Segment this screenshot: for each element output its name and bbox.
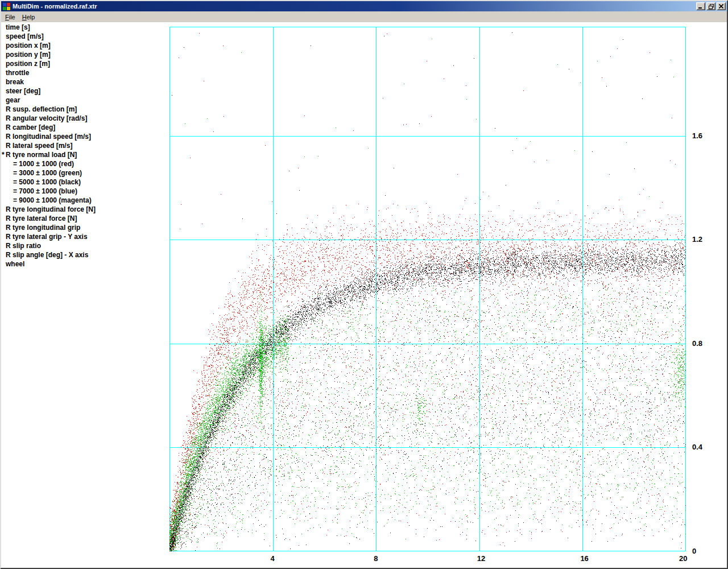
x-axis-tick-label: 20 xyxy=(679,554,687,563)
channel-item[interactable]: R lateral speed [m/s] xyxy=(1,141,169,150)
channel-label: R slip ratio xyxy=(6,242,41,250)
channel-label: = 5000 ± 1000 (black) xyxy=(13,178,81,186)
channel-item[interactable]: gear xyxy=(1,96,169,105)
close-icon xyxy=(719,4,723,9)
y-axis-tick-label: 0.8 xyxy=(692,339,702,348)
x-axis-tick-label: 8 xyxy=(374,554,378,563)
legend-item[interactable]: = 1000 ± 1000 (red) xyxy=(1,159,169,168)
channel-label: R tyre normal load [N] xyxy=(6,151,77,159)
legend-item[interactable]: = 3000 ± 1000 (green) xyxy=(1,168,169,178)
channel-label: R tyre longitudinal force [N] xyxy=(6,205,96,213)
channel-label: time [s] xyxy=(6,23,30,31)
scatter-canvas xyxy=(169,27,686,551)
channel-label: = 3000 ± 1000 (green) xyxy=(13,169,82,177)
channel-label: position z [m] xyxy=(6,60,50,68)
channel-label: R susp. deflection [m] xyxy=(6,105,77,113)
channel-item[interactable]: position z [m] xyxy=(1,59,169,68)
channel-label: R tyre lateral force [N] xyxy=(6,215,77,222)
channel-item[interactable]: R slip angle [deg] - X axis xyxy=(1,250,169,259)
channel-item[interactable]: break xyxy=(1,77,169,86)
channel-item[interactable]: R tyre lateral force [N] xyxy=(1,214,169,223)
selected-marker: * xyxy=(2,150,5,159)
channel-label: break xyxy=(6,78,24,86)
channel-item[interactable]: throttle xyxy=(1,68,169,77)
channel-item[interactable]: R angular velocity [rad/s] xyxy=(1,114,169,123)
y-axis-tick-label: 1.6 xyxy=(692,131,702,140)
channel-item[interactable]: wheel xyxy=(1,259,169,269)
channel-label: position y [m] xyxy=(6,51,51,59)
x-axis-tick-label: 12 xyxy=(477,554,485,563)
y-axis-tick-label: 0.4 xyxy=(692,443,702,451)
channel-label: R tyre lateral grip - Y axis xyxy=(6,233,88,241)
minimize-icon xyxy=(698,4,703,9)
plot-area xyxy=(169,27,686,551)
channel-item[interactable]: R susp. deflection [m] xyxy=(1,105,169,114)
channel-item[interactable]: R slip ratio xyxy=(1,241,169,250)
channel-label: R camber [deg] xyxy=(6,123,55,131)
app-icon xyxy=(3,3,10,10)
channel-label: = 9000 ± 1000 (magenta) xyxy=(13,196,92,204)
channel-item[interactable]: position x [m] xyxy=(1,41,169,50)
restore-button[interactable] xyxy=(706,2,715,10)
legend-item[interactable]: = 9000 ± 1000 (magenta) xyxy=(1,196,169,205)
menu-file[interactable]: File xyxy=(2,13,19,22)
titlebar: MultiDim - normalized.raf.xtr xyxy=(1,1,727,11)
y-axis-tick-label: 0 xyxy=(692,547,696,555)
x-axis-tick-label: 4 xyxy=(271,554,275,563)
menubar: FileHelp xyxy=(1,11,727,22)
channel-label: gear xyxy=(6,96,20,104)
channel-list: time [s]speed [m/s]position x [m]positio… xyxy=(1,23,169,269)
channel-item[interactable]: R tyre longitudinal force [N] xyxy=(1,205,169,214)
channel-label: R tyre longitudinal grip xyxy=(6,224,80,232)
legend-item[interactable]: = 5000 ± 1000 (black) xyxy=(1,178,169,187)
channel-item[interactable]: R tyre longitudinal grip xyxy=(1,223,169,232)
y-axis-tick-label: 1.2 xyxy=(692,235,702,244)
channel-label: wheel xyxy=(6,260,24,268)
channel-label: R lateral speed [m/s] xyxy=(6,142,72,150)
window-controls xyxy=(696,2,726,10)
channel-label: R slip angle [deg] - X axis xyxy=(6,251,88,259)
channel-label: R angular velocity [rad/s] xyxy=(6,114,87,122)
channel-label: speed [m/s] xyxy=(6,32,44,40)
channel-item[interactable]: steer [deg] xyxy=(1,86,169,96)
channel-item[interactable]: R camber [deg] xyxy=(1,123,169,132)
channel-item[interactable]: *R tyre normal load [N] xyxy=(1,150,169,159)
channel-label: = 1000 ± 1000 (red) xyxy=(13,160,74,168)
restore-icon xyxy=(709,4,714,9)
menu-help[interactable]: Help xyxy=(19,13,39,22)
channel-label: steer [deg] xyxy=(6,87,40,95)
x-axis-tick-label: 16 xyxy=(580,554,588,563)
channel-item[interactable]: time [s] xyxy=(1,23,169,32)
close-button[interactable] xyxy=(717,2,726,10)
app-window: MultiDim - normalized.raf.xtr FileHelp t… xyxy=(0,0,728,569)
content-area: time [s]speed [m/s]position x [m]positio… xyxy=(1,22,727,568)
channel-label: = 7000 ± 1000 (blue) xyxy=(13,187,77,195)
window-title: MultiDim - normalized.raf.xtr xyxy=(13,3,696,10)
channel-item[interactable]: R tyre lateral grip - Y axis xyxy=(1,232,169,241)
channel-item[interactable]: R longitudinal speed [m/s] xyxy=(1,132,169,141)
channel-label: R longitudinal speed [m/s] xyxy=(6,133,91,141)
channel-label: throttle xyxy=(6,69,29,77)
minimize-button[interactable] xyxy=(696,2,705,10)
channel-item[interactable]: speed [m/s] xyxy=(1,32,169,41)
channel-item[interactable]: position y [m] xyxy=(1,50,169,59)
legend-item[interactable]: = 7000 ± 1000 (blue) xyxy=(1,187,169,196)
channel-label: position x [m] xyxy=(6,42,51,50)
